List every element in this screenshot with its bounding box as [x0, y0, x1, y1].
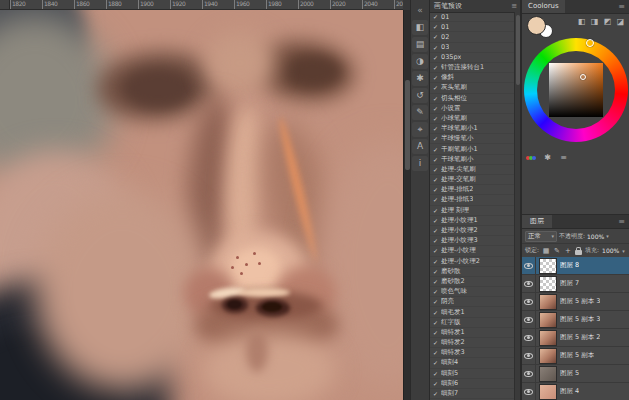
brush-item[interactable]: ✓灰头笔刷	[430, 83, 514, 93]
layer-thumbnail[interactable]	[539, 294, 557, 310]
brush-item[interactable]: ✓细毛发1	[430, 307, 514, 317]
ruler-origin[interactable]	[0, 0, 10, 10]
brush-item[interactable]: ✓小球笔刷	[430, 114, 514, 124]
options-icon[interactable]: ◪	[615, 16, 626, 27]
brush-item[interactable]: ✓细刻7	[430, 389, 514, 399]
brush-item[interactable]: ✓处理-交笔刷	[430, 175, 514, 185]
brush-item[interactable]: ✓磨砂散2	[430, 277, 514, 287]
visibility-toggle[interactable]	[522, 311, 536, 328]
brush-item[interactable]: ✓细特发1	[430, 328, 514, 338]
layer-thumbnail[interactable]	[539, 348, 557, 364]
mixer-icon[interactable]: ≡	[558, 152, 569, 163]
brush-item[interactable]: ✓处理小纹理1	[430, 216, 514, 226]
wheel-mode-icon[interactable]: ◧	[576, 16, 587, 27]
brush-item[interactable]: ✓针管连接转台1	[430, 63, 514, 73]
styles-panel-icon[interactable]: ✱	[412, 71, 428, 86]
brush-item[interactable]: ✓喷色气味	[430, 287, 514, 297]
brush-item[interactable]: ✓干刷笔刷小1	[430, 144, 514, 154]
character-panel-icon[interactable]: A	[412, 139, 428, 154]
panel-menu-icon[interactable]: ≡	[511, 0, 520, 12]
layer-thumbnail[interactable]	[539, 330, 557, 346]
layer-thumbnail[interactable]	[539, 366, 557, 382]
box-mode-icon[interactable]: ◨	[589, 16, 600, 27]
rgb-dots-icon[interactable]	[526, 152, 537, 163]
fill-value[interactable]: 100%	[602, 247, 619, 254]
layer-thumbnail[interactable]	[539, 276, 557, 292]
brush-item[interactable]: ✓01	[430, 12, 514, 22]
foreground-color-swatch[interactable]	[527, 16, 546, 35]
brush-item[interactable]: ✓干球笔刷小	[430, 155, 514, 165]
visibility-toggle[interactable]	[522, 383, 536, 400]
brush-list-scrollbar[interactable]	[514, 12, 520, 400]
brush-item[interactable]: ✓035px	[430, 53, 514, 63]
layer-row[interactable]: 图层 5 副本 2	[522, 329, 629, 347]
brush-item[interactable]: ✓细刻6	[430, 379, 514, 389]
visibility-toggle[interactable]	[522, 257, 536, 274]
saturation-value-square[interactable]	[549, 63, 603, 117]
lock-position-icon[interactable]: +	[564, 246, 572, 256]
layer-row[interactable]: 图层 5 副本	[522, 347, 629, 365]
gear-icon[interactable]: ✱	[542, 152, 553, 163]
visibility-toggle[interactable]	[522, 329, 536, 346]
layer-row[interactable]: 图层 5	[522, 365, 629, 383]
brush-item[interactable]: ✓处理小纹理2	[430, 226, 514, 236]
color-panel-icon[interactable]: ◧	[412, 20, 428, 35]
brush-item[interactable]: ✓半球笔刷小1	[430, 124, 514, 134]
brush-item[interactable]: ✓处理小纹理3	[430, 236, 514, 246]
brush-item[interactable]: ✓处理-排纸2	[430, 185, 514, 195]
brush-item[interactable]: ✓处理 刻理	[430, 206, 514, 216]
brush-item[interactable]: ✓细特发3	[430, 348, 514, 358]
lock-all-icon[interactable]	[575, 250, 582, 255]
tab-layers[interactable]: 图层	[522, 215, 552, 228]
brush-item[interactable]: ✓细特发2	[430, 338, 514, 348]
visibility-toggle[interactable]	[522, 347, 536, 364]
brush-item[interactable]: ✓像斜	[430, 73, 514, 83]
brush-item[interactable]: ✓处理-排纸3	[430, 195, 514, 205]
slider-mode-icon[interactable]: ◩	[602, 16, 613, 27]
brush-item[interactable]: ✓细刻5	[430, 369, 514, 379]
scrollbar-thumb[interactable]	[516, 15, 520, 85]
collapse-dock-icon[interactable]: «	[412, 3, 428, 18]
visibility-toggle[interactable]	[522, 365, 536, 382]
layer-row[interactable]: 图层 5 副本 3	[522, 293, 629, 311]
layer-row[interactable]: 图层 4	[522, 383, 629, 400]
layer-row[interactable]: 图层 8	[522, 257, 629, 275]
opacity-value[interactable]: 100%	[587, 233, 604, 240]
adjustments-panel-icon[interactable]: ◑	[412, 54, 428, 69]
panel-menu-icon[interactable]: ≡	[618, 0, 629, 13]
color-wheel[interactable]	[524, 38, 628, 142]
brush-item[interactable]: ✓处理-小纹理2	[430, 257, 514, 267]
swatches-panel-icon[interactable]: ▤	[412, 37, 428, 52]
brush-item[interactable]: ✓阴亮	[430, 297, 514, 307]
brush-panel-icon[interactable]: ✎	[412, 105, 428, 120]
blend-mode-select[interactable]: 正常 ▾	[525, 231, 557, 242]
ruler[interactable]: 1820184018601880190019201940196019802000…	[10, 0, 403, 10]
canvas-artwork[interactable]	[0, 10, 403, 400]
brush-item[interactable]: ✓小设置	[430, 104, 514, 114]
visibility-toggle[interactable]	[522, 293, 536, 310]
layer-row[interactable]: 图层 7	[522, 275, 629, 293]
canvas-vertical-scrollbar[interactable]	[403, 10, 410, 400]
brush-item[interactable]: ✓02	[430, 32, 514, 42]
brush-item[interactable]: ✓半球慢笔小	[430, 134, 514, 144]
lock-transparency-icon[interactable]: ▦	[542, 246, 550, 256]
brush-item[interactable]: ✓01	[430, 22, 514, 32]
brush-item[interactable]: ✓处理-小纹理	[430, 246, 514, 256]
panel-menu-icon[interactable]: ≡	[618, 215, 629, 228]
clone-source-panel-icon[interactable]: ⌖	[412, 122, 428, 137]
tab-coolorus[interactable]: Coolorus	[522, 0, 565, 13]
info-panel-icon[interactable]: i	[412, 156, 428, 171]
brush-item[interactable]: ✓切头相位	[430, 94, 514, 104]
layer-thumbnail[interactable]	[539, 312, 557, 328]
layer-thumbnail[interactable]	[539, 384, 557, 400]
color-marker[interactable]	[580, 74, 586, 80]
brush-item[interactable]: ✓细刻4	[430, 358, 514, 368]
layer-thumbnail[interactable]	[539, 258, 557, 274]
brush-item[interactable]: ✓处理-尖笔刷	[430, 165, 514, 175]
layer-row[interactable]: 图层 5 副本 3	[522, 311, 629, 329]
history-panel-icon[interactable]: ↺	[412, 88, 428, 103]
brush-item[interactable]: ✓磨砂散	[430, 267, 514, 277]
visibility-toggle[interactable]	[522, 275, 536, 292]
hue-marker[interactable]	[586, 39, 594, 47]
brush-item[interactable]: ✓03	[430, 43, 514, 53]
